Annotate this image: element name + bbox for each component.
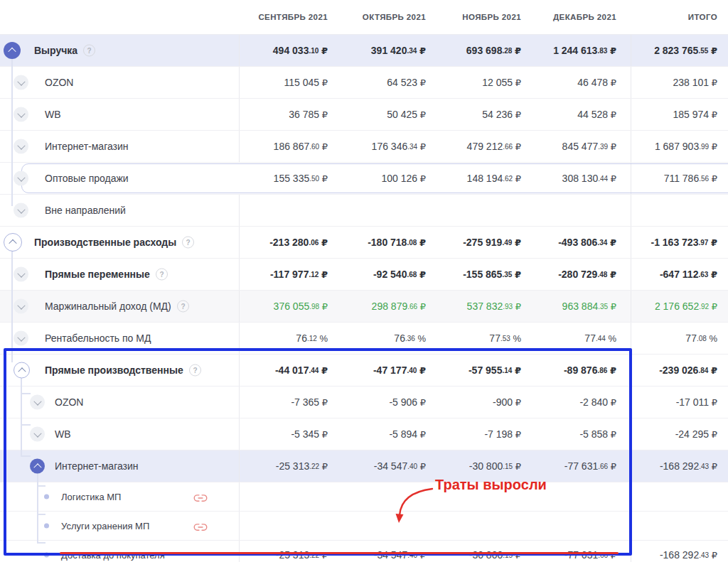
tree-node-dot-icon: [44, 495, 49, 499]
cell-value: 100 126 ₽: [342, 163, 440, 194]
annotation-arrow-icon: [384, 472, 469, 536]
row-label-cell: Интернет-магазин: [0, 131, 239, 162]
row-label-cell: Маржинальный доход (МД)?: [0, 291, 239, 322]
cell-value: -5 894 ₽: [342, 418, 440, 450]
cell-value: -89 876.86 ₽: [535, 355, 631, 386]
expand-chevron-icon[interactable]: [30, 395, 45, 410]
cell-value: -239 026.84 ₽: [631, 355, 728, 386]
table-row: Производственные расходы?-213 280.06 ₽-1…: [0, 227, 728, 259]
header-spacer: [0, 0, 239, 34]
expand-chevron-icon[interactable]: [14, 75, 28, 90]
row-label: Интернет-магазин: [45, 141, 129, 152]
row-label: WB: [45, 109, 61, 120]
row-label-cell: Прямые производственные?: [0, 355, 239, 386]
tree-node-dot-icon: [44, 553, 49, 558]
table-row: Услуги хранения МП: [0, 512, 728, 541]
help-icon[interactable]: ?: [189, 364, 201, 377]
cell-value: 1 244 613.83 ₽: [535, 35, 631, 66]
cell-value: 845 477.39 ₽: [535, 131, 631, 162]
row-label-cell: Логистика МП: [0, 482, 239, 511]
row-label: Прямые переменные: [45, 269, 150, 280]
cell-value: 2 176 652.92 ₽: [631, 291, 728, 322]
cell-value: -5 345 ₽: [239, 418, 342, 450]
row-label: Производственные расходы: [34, 237, 176, 248]
expand-chevron-icon[interactable]: [14, 299, 28, 314]
cell-value: [239, 482, 342, 511]
help-icon[interactable]: ?: [177, 301, 189, 313]
cell-value: [239, 195, 342, 226]
help-icon[interactable]: ?: [156, 269, 168, 281]
row-label-cell: Рентабельность по МД: [0, 323, 239, 354]
row-label: Интернет-магазин: [55, 460, 139, 472]
collapse-chevron-icon[interactable]: [30, 459, 45, 474]
cell-value: 1 687 903.99 ₽: [631, 131, 728, 162]
cell-value: 298 879.66 ₽: [342, 291, 440, 322]
expand-chevron-icon[interactable]: [14, 171, 28, 186]
row-label-cell: OZON: [0, 67, 239, 98]
table-row: WB36 785 ₽50 425 ₽54 236 ₽44 528 ₽185 97…: [0, 99, 728, 131]
cell-value: -117 977.12 ₽: [239, 259, 342, 290]
cell-value: -57 955.14 ₽: [440, 355, 535, 386]
cell-value: 76.36 %: [342, 323, 440, 354]
expand-chevron-icon[interactable]: [14, 331, 28, 346]
table-header: СЕНТЯБРЬ 2021 ОКТЯБРЬ 2021 НОЯБРЬ 2021 Д…: [0, 0, 728, 35]
header-col-december: ДЕКАБРЬ 2021: [535, 0, 631, 34]
row-label-cell: OZON: [0, 387, 239, 418]
cell-value: [631, 195, 728, 226]
cell-value: -493 806.34 ₽: [535, 227, 631, 258]
cell-value: -17 011 ₽: [631, 387, 728, 418]
cell-value: -77 631.66 ₽: [535, 450, 631, 482]
cell-value: -168 292.43 ₽: [631, 450, 728, 482]
cell-value: -180 718.08 ₽: [342, 227, 440, 258]
cell-value: -155 865.35 ₽: [440, 259, 535, 290]
table-row: Прямые переменные?-117 977.12 ₽-92 540.6…: [0, 259, 728, 291]
row-label: Прямые производственные: [45, 364, 183, 376]
cell-value: 391 420.34 ₽: [342, 35, 440, 66]
help-icon[interactable]: ?: [83, 45, 95, 57]
cell-value: -30 800.15 ₽: [440, 541, 535, 562]
cell-value: -25 313.22 ₽: [239, 541, 342, 562]
cell-value: -7 198 ₽: [440, 418, 535, 450]
cell-value: 46 478 ₽: [535, 67, 631, 98]
expand-chevron-icon[interactable]: [14, 139, 28, 154]
cell-value: -280 729.48 ₽: [535, 259, 631, 290]
cell-value: [535, 482, 631, 511]
row-label-cell: Прямые переменные?: [0, 259, 239, 290]
cell-value: 36 785 ₽: [239, 99, 342, 130]
table-row: OZON-7 365 ₽-5 906 ₽-900 ₽-2 840 ₽-17 01…: [0, 387, 728, 418]
collapse-chevron-icon[interactable]: [14, 362, 30, 379]
cell-value: [631, 482, 728, 511]
cell-value: 115 045 ₽: [239, 67, 342, 98]
table-body: Выручка?494 033.10 ₽391 420.34 ₽693 698.…: [0, 35, 728, 562]
cell-value: 185 974 ₽: [631, 99, 728, 130]
table-row: Маржинальный доход (МД)?376 055.98 ₽298 …: [0, 291, 728, 323]
cell-value: -5 906 ₽: [342, 387, 440, 418]
help-icon[interactable]: ?: [182, 237, 194, 249]
row-label: OZON: [55, 396, 83, 408]
cell-value: 148 194.62 ₽: [440, 163, 535, 194]
table-row: Оптовые продажи155 335.50 ₽100 126 ₽148 …: [0, 163, 728, 195]
collapse-chevron-icon[interactable]: [4, 233, 22, 252]
expand-chevron-icon[interactable]: [14, 107, 28, 122]
cell-value: -44 017.44 ₽: [239, 355, 342, 386]
cell-value: 77.53 %: [440, 323, 535, 354]
expand-chevron-icon[interactable]: [14, 267, 28, 282]
row-label-cell: WB: [0, 418, 239, 450]
cell-value: -1 163 723.97 ₽: [631, 227, 728, 258]
cell-value: -2 840 ₽: [535, 387, 631, 418]
cell-value: 2 823 765.55 ₽: [631, 35, 728, 66]
expand-chevron-icon[interactable]: [30, 427, 45, 442]
collapse-chevron-icon[interactable]: [4, 42, 21, 59]
expand-chevron-icon[interactable]: [14, 203, 28, 218]
cell-value: 77.08 %: [631, 323, 728, 354]
cell-value: 537 832.93 ₽: [440, 291, 535, 322]
link-icon[interactable]: [193, 492, 208, 501]
cell-value: -47 177.40 ₽: [342, 355, 440, 386]
cell-value: -647 112.63 ₽: [631, 259, 728, 290]
header-col-november: НОЯБРЬ 2021: [440, 0, 535, 34]
link-icon[interactable]: [193, 522, 208, 530]
row-label-cell: Производственные расходы?: [0, 227, 239, 258]
cell-value: 711 786.56 ₽: [631, 163, 728, 194]
cell-value: [342, 195, 440, 226]
header-col-october: ОКТЯБРЬ 2021: [342, 0, 440, 34]
